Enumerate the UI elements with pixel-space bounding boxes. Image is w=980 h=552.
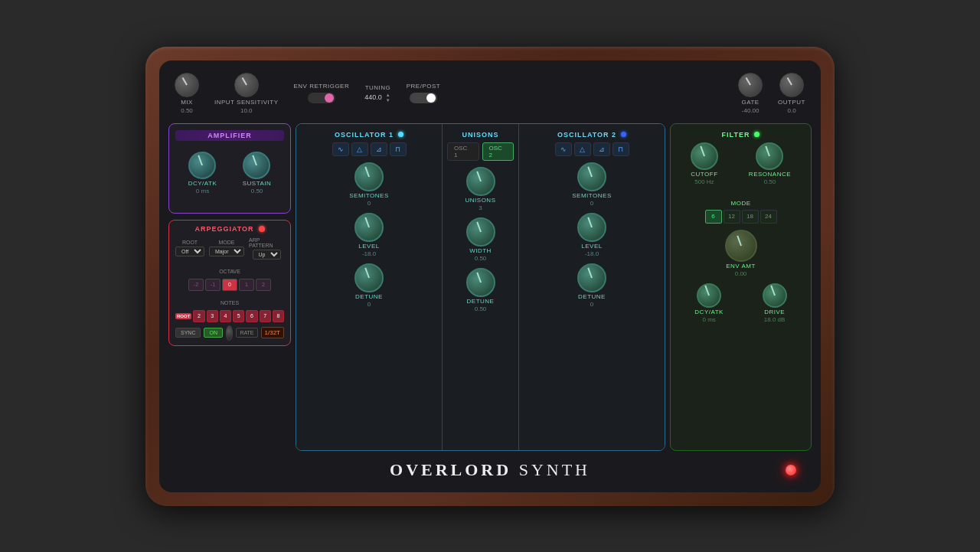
octave-btn--1[interactable]: -1 [205, 279, 220, 291]
mode-btn-6[interactable]: 6 [705, 210, 722, 224]
osc2-detune-knob[interactable] [577, 263, 606, 292]
osc2-semitones-label: SEMITONES [572, 192, 611, 199]
osc1-tab[interactable]: OSC 1 [447, 142, 479, 161]
drive-knob[interactable] [763, 283, 787, 308]
filter-indicator [754, 132, 760, 137]
osc1-indicator [398, 132, 403, 137]
right-columns: OSCILLATOR 1 ∿ △ ⊿ ⊓ SEMITONES 0 [296, 123, 665, 451]
note-btn-7[interactable]: 7 [260, 310, 271, 322]
sync-button[interactable]: SYNC [175, 328, 201, 338]
env-amt-knob[interactable] [725, 230, 757, 262]
osc1-semitones-label: SEMITONES [349, 192, 388, 199]
note-root-label: ROOT [175, 313, 191, 319]
on-button[interactable]: ON [204, 328, 223, 338]
mode-select[interactable]: Major [209, 247, 244, 256]
osc2-wave-saw[interactable]: ⊿ [593, 142, 610, 156]
osc1-level-knob[interactable] [354, 213, 384, 242]
unisons-count-knob[interactable] [466, 167, 495, 196]
mix-group: MIX 0.50 [175, 73, 199, 114]
cutoff-label: CUTOFF [691, 171, 717, 178]
resonance-knob[interactable] [756, 142, 783, 170]
octave-btn-2[interactable]: 2 [256, 279, 271, 291]
arp-pattern-label: ARP PATTERN [249, 237, 284, 248]
note-btn-3[interactable]: 3 [207, 310, 218, 322]
synth-outer-frame: MIX 0.50 INPUT SENSITIVITY 10.0 ENV RETR… [145, 47, 835, 506]
osc2-level-value: -18.0 [585, 250, 599, 257]
tuning-display: 440.0 ▲ ▼ [364, 93, 391, 103]
root-select[interactable]: Off [175, 247, 204, 256]
arp-pattern-select[interactable]: Up [253, 250, 281, 260]
gate-label: GATE [742, 99, 760, 106]
osc1-semitones-knob[interactable] [354, 162, 384, 191]
oscillator2-column: OSCILLATOR 2 ∿ △ ⊿ ⊓ SEMITONES 0 [519, 124, 665, 450]
osc1-semitones-group: SEMITONES 0 [301, 162, 437, 207]
osc1-wave-saw[interactable]: ⊿ [371, 142, 387, 156]
input-sensitivity-knob[interactable] [234, 73, 259, 97]
pre-post-toggle[interactable] [410, 93, 437, 103]
gate-knob[interactable] [738, 73, 763, 97]
env-retrigger-thumb [325, 93, 334, 103]
amplifier-header: AMPLIFIER [175, 130, 284, 141]
rate-label: RATE [236, 328, 257, 338]
unisons-column: UNISONS OSC 1 OSC 2 UNISONS 3 [443, 124, 519, 450]
tuning-group: TUNING 440.0 ▲ ▼ [364, 84, 391, 103]
unisons-detune-knob[interactable] [466, 268, 495, 297]
arp-rate-knob[interactable] [226, 325, 233, 341]
osc1-wave-tri[interactable]: △ [351, 142, 368, 156]
unisons-title: UNISONS [462, 131, 498, 139]
osc2-level-knob[interactable] [577, 213, 606, 242]
osc1-wave-sin[interactable]: ∿ [332, 142, 349, 156]
note-btn-6[interactable]: 6 [246, 310, 257, 322]
osc2-wave-sqr[interactable]: ⊓ [612, 142, 629, 156]
mode-section-label: MODE [731, 200, 751, 207]
osc2-wave-tri[interactable]: △ [574, 142, 591, 156]
tuning-down-btn[interactable]: ▼ [385, 98, 391, 103]
cutoff-knob[interactable] [691, 142, 718, 170]
env-retrigger-toggle[interactable] [308, 93, 335, 103]
note-btn-8[interactable]: 8 [273, 310, 284, 322]
note-btn-2[interactable]: 2 [193, 310, 204, 322]
power-led[interactable] [786, 465, 796, 475]
mix-knob[interactable] [175, 73, 199, 97]
gate-group: GATE -40.00 [738, 73, 763, 114]
tuning-arrows: ▲ ▼ [385, 93, 391, 103]
mode-btn-18[interactable]: 18 [742, 210, 759, 224]
unisons-width-knob[interactable] [466, 217, 495, 247]
filter-dcy-atk-label: DCY/ATK [694, 309, 724, 315]
sustain-knob[interactable] [243, 152, 270, 179]
osc1-detune-knob[interactable] [354, 263, 384, 292]
octave-btn-0[interactable]: 0 [222, 279, 237, 291]
output-group: OUTPUT 0.0 [778, 73, 805, 114]
osc1-level-group: LEVEL -18.0 [301, 213, 437, 257]
osc1-wave-sqr[interactable]: ⊓ [390, 142, 407, 156]
octave-btn-1[interactable]: 1 [239, 279, 254, 291]
mode-btn-24[interactable]: 24 [760, 210, 777, 224]
osc1-detune-label: DETUNE [355, 293, 383, 300]
env-amt-group: ENV AMT 0.00 [675, 230, 806, 277]
osc2-tab[interactable]: OSC 2 [482, 142, 514, 161]
osc2-level-group: LEVEL -18.0 [524, 213, 660, 257]
filter-dcy-atk-knob[interactable] [697, 283, 721, 308]
arpeggiator-section: ARPEGGIATOR ROOT Off MODE [168, 220, 291, 346]
octave-btn--2[interactable]: -2 [188, 279, 204, 291]
osc2-waveforms: ∿ △ ⊿ ⊓ [524, 142, 660, 156]
input-sensitivity-value: 10.0 [240, 107, 253, 114]
unisons-knobs: UNISONS 3 WIDTH 0.50 DETUNE 0.50 [447, 167, 514, 312]
mode-btn-12[interactable]: 12 [724, 210, 740, 224]
osc2-semitones-knob[interactable] [577, 162, 606, 191]
drive-group: DRIVE 18.0 dB [763, 283, 787, 323]
note-btn-5[interactable]: 5 [233, 310, 244, 322]
amp-dcy-atk-knob[interactable] [188, 152, 216, 179]
osc2-wave-sin[interactable]: ∿ [555, 142, 572, 156]
mix-value: 0.50 [181, 107, 193, 114]
unisons-detune-group: DETUNE 0.50 [447, 268, 514, 312]
unisons-count-group: UNISONS 3 [447, 167, 514, 211]
synth-inner-panel: MIX 0.50 INPUT SENSITIVITY 10.0 ENV RETR… [159, 60, 821, 492]
filter-mode-buttons: 6 12 18 24 [675, 210, 806, 224]
output-knob[interactable] [779, 73, 804, 97]
arp-controls-row: ROOT Off MODE Major ARP PATT [175, 237, 284, 260]
tuning-up-btn[interactable]: ▲ [385, 93, 391, 97]
output-label: OUTPUT [778, 99, 805, 106]
osc2-semitones-value: 0 [590, 200, 593, 207]
note-btn-4[interactable]: 4 [220, 310, 231, 322]
